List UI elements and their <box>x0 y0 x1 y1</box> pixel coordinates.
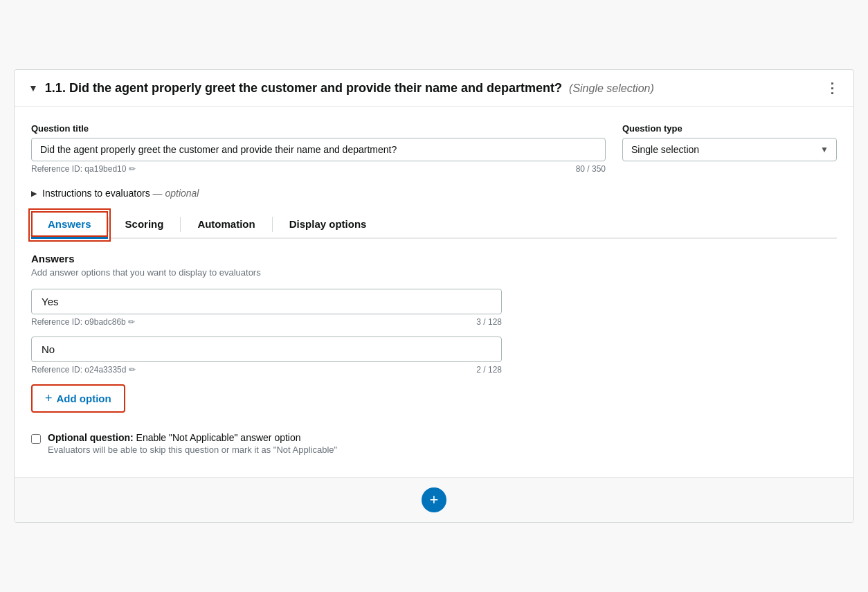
answers-section-desc: Add answer options that you want to disp… <box>31 267 837 278</box>
answer-option-1: Reference ID: o9badc86b ✏ 3 / 128 <box>31 289 837 327</box>
question-number: 1.1. <box>45 81 66 95</box>
answer-option-2: Reference ID: o24a3335d ✏ 2 / 128 <box>31 337 837 375</box>
add-section-button[interactable]: + <box>422 487 446 512</box>
optional-question-checkbox[interactable] <box>31 434 41 444</box>
optional-question-text-block: Optional question: Enable "Not Applicabl… <box>48 432 337 455</box>
answer-input-1[interactable] <box>31 289 502 314</box>
question-char-count: 80 / 350 <box>576 164 606 174</box>
question-type-badge: (Single selection) <box>569 82 654 94</box>
question-type-label: Question type <box>622 123 837 134</box>
answer-ref-edit-icon-2[interactable]: ✏ <box>129 365 136 375</box>
question-header: ▼ 1.1. Did the agent properly greet the … <box>15 70 853 107</box>
optional-question-row: Optional question: Enable "Not Applicabl… <box>31 432 837 455</box>
question-ref-id: Reference ID: qa19bed10 ✏ <box>31 164 136 174</box>
answer-ref-id-1: Reference ID: o9badc86b ✏ <box>31 317 135 327</box>
instructions-expand-icon: ▶ <box>31 189 37 198</box>
question-type-section: Question type Single selection Multiple … <box>622 123 837 174</box>
tab-answers[interactable]: Answers <box>31 211 108 239</box>
add-circle-icon: + <box>430 491 439 509</box>
answer-ref-id-2: Reference ID: o24a3335d ✏ <box>31 365 136 375</box>
card-body: Question title Reference ID: qa19bed10 ✏… <box>15 107 853 477</box>
instructions-row[interactable]: ▶ Instructions to evaluators — optional <box>31 181 837 211</box>
question-title-text: Did the agent properly greet the custome… <box>69 81 562 95</box>
answer-char-count-2: 2 / 128 <box>476 365 502 375</box>
question-title-section: Question title Reference ID: qa19bed10 ✏… <box>31 123 606 174</box>
tab-scoring[interactable]: Scoring <box>109 211 181 239</box>
question-title-input[interactable] <box>31 138 606 161</box>
card-footer: + <box>15 477 853 522</box>
collapse-icon[interactable]: ▼ <box>28 82 38 93</box>
question-header-title: 1.1. Did the agent properly greet the cu… <box>45 81 818 96</box>
tabs-row: Answers Scoring Automation Display optio… <box>31 211 837 239</box>
answer-ref-edit-icon-1[interactable]: ✏ <box>128 317 135 327</box>
tab-automation[interactable]: Automation <box>181 211 271 239</box>
add-option-button[interactable]: + Add option <box>31 384 125 413</box>
tab-display-options[interactable]: Display options <box>273 211 383 239</box>
question-fields-row: Question title Reference ID: qa19bed10 ✏… <box>31 123 837 174</box>
answer-ref-row-2: Reference ID: o24a3335d ✏ 2 / 128 <box>31 365 502 375</box>
add-option-plus-icon: + <box>45 391 53 406</box>
answers-section-title: Answers <box>31 253 837 264</box>
question-type-select[interactable]: Single selection Multiple selection Text… <box>622 138 837 161</box>
ref-edit-icon[interactable]: ✏ <box>129 164 136 174</box>
question-title-label: Question title <box>31 123 606 134</box>
answers-section: Answers Add answer options that you want… <box>31 253 837 466</box>
answer-input-2[interactable] <box>31 337 502 362</box>
answer-char-count-1: 3 / 128 <box>476 317 502 327</box>
optional-question-subtext: Evaluators will be able to skip this que… <box>48 445 337 455</box>
question-type-select-wrapper: Single selection Multiple selection Text… <box>622 138 837 161</box>
answer-ref-row-1: Reference ID: o9badc86b ✏ 3 / 128 <box>31 317 502 327</box>
instructions-label: Instructions to evaluators — optional <box>42 188 199 199</box>
more-options-icon[interactable]: ⋮ <box>825 80 840 96</box>
optional-question-label: Optional question: Enable "Not Applicabl… <box>48 432 337 443</box>
question-ref-row: Reference ID: qa19bed10 ✏ 80 / 350 <box>31 164 606 174</box>
add-option-label: Add option <box>57 393 111 404</box>
